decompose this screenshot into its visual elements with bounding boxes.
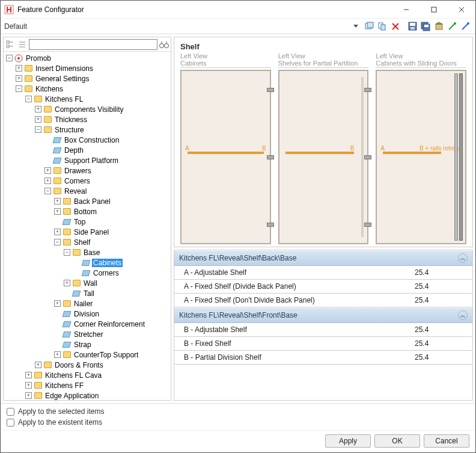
tree-nailer[interactable]: +Nailer — [54, 298, 169, 309]
config-dropdown-icon[interactable] — [353, 22, 359, 31]
tree-thickness[interactable]: +Thickness — [35, 114, 169, 125]
app-icon — [4, 5, 14, 14]
tree-insert-dimensions[interactable]: +Insert Dimensions — [16, 63, 169, 73]
tree-reveal[interactable]: −Reveal — [44, 186, 169, 196]
tree-view[interactable]: −Promob +Insert Dimensions +General Sett… — [4, 52, 171, 400]
tree-pane: −Promob +Insert Dimensions +General Sett… — [3, 37, 171, 401]
tree-side-panel[interactable]: +Side Panel — [54, 227, 169, 237]
svg-rect-17 — [410, 27, 415, 29]
preview-title: Shelf — [180, 42, 466, 51]
tree-cabinets[interactable]: Cabinets — [73, 257, 169, 268]
maximize-button[interactable] — [420, 1, 448, 19]
tree-root[interactable]: −Promob — [6, 53, 169, 63]
save-all-icon[interactable] — [420, 21, 431, 32]
pin-blue-icon[interactable] — [460, 21, 471, 32]
tree-tall[interactable]: Tall — [64, 288, 169, 298]
tree-view-icon[interactable] — [5, 39, 16, 50]
preview-panel: Shelf Left View Cabinets A B Left View S… — [174, 37, 473, 247]
tree-drawers[interactable]: +Drawers — [44, 165, 169, 176]
preview-col-2: Left View Shelves for Partial Partition … — [278, 52, 369, 244]
svg-point-34 — [160, 43, 164, 48]
tree-shelf[interactable]: −Shelf — [54, 237, 169, 247]
collapse-icon[interactable]: ︽ — [458, 310, 468, 320]
svg-line-23 — [449, 23, 455, 29]
svg-point-24 — [454, 22, 456, 25]
window-title: Feature Configurator — [17, 5, 392, 14]
tree-kitchens-fl[interactable]: −Kitchens FL — [25, 94, 169, 104]
apply-button[interactable]: Apply — [325, 434, 371, 448]
dialog-buttons: Apply OK Cancel — [1, 430, 475, 452]
right-pane: Shelf Left View Cabinets A B Left View S… — [174, 37, 473, 401]
svg-rect-5 — [432, 7, 436, 12]
cabinet-image-1: A B — [180, 70, 271, 244]
svg-point-35 — [165, 43, 169, 48]
tree-strap[interactable]: Strap — [54, 339, 169, 350]
binoculars-icon[interactable] — [159, 39, 169, 50]
property-row[interactable]: B - Partial Division Shelf25.4 — [174, 351, 472, 365]
tree-corners2[interactable]: Corners — [73, 268, 169, 278]
tree-division[interactable]: Division — [54, 309, 169, 319]
new-window-icon[interactable] — [364, 21, 374, 32]
save-icon[interactable] — [407, 21, 418, 32]
bottom-options: Apply to the selected items Apply to the… — [1, 403, 475, 430]
cabinet-image-3: A B + rails retreat — [376, 70, 466, 244]
list-view-icon[interactable] — [17, 39, 28, 50]
tree-support-platform[interactable]: Support Platform — [44, 155, 169, 165]
svg-line-25 — [462, 23, 468, 29]
tree-doors-fronts[interactable]: +Doors & Fronts — [35, 360, 169, 370]
tree-components-visibility[interactable]: +Components Visibility — [35, 104, 169, 114]
tree-bottom[interactable]: +Bottom — [54, 206, 169, 217]
package-icon[interactable] — [433, 21, 444, 32]
svg-rect-20 — [424, 25, 429, 27]
group-header-1[interactable]: Kitchens FL\Reveal\Shelf\Front\Base︽ — [174, 307, 472, 323]
svg-point-39 — [17, 57, 20, 60]
properties-panel: Kitchens FL\Reveal\Shelf\Back\Base︽ A - … — [174, 250, 473, 401]
tree-corner-reinforcement[interactable]: Corner Reinforcement — [54, 319, 169, 329]
tree-general-settings[interactable]: +General Settings — [16, 73, 169, 84]
tree-edge-application[interactable]: +Edge Application — [25, 390, 169, 400]
svg-rect-3 — [7, 9, 11, 10]
svg-marker-8 — [353, 25, 358, 28]
property-row[interactable]: B - Fixed Shelf25.4 — [174, 337, 472, 351]
preview-col-1: Left View Cabinets A B — [180, 52, 271, 244]
tree-corners[interactable]: +Corners — [44, 176, 169, 186]
svg-rect-12 — [381, 25, 385, 30]
collapse-icon[interactable]: ︽ — [458, 253, 468, 263]
tree-back-panel[interactable]: +Back Panel — [54, 196, 169, 206]
tree-box-construction[interactable]: Box Construction — [44, 135, 169, 145]
main-area: −Promob +Insert Dimensions +General Sett… — [1, 34, 475, 403]
tree-kitchens-fl-cava[interactable]: +Kitchens FL Cava — [25, 370, 169, 380]
minimize-button[interactable] — [392, 1, 420, 19]
property-row[interactable]: A - Adjustable Shelf25.4 — [174, 266, 472, 280]
close-button[interactable] — [448, 1, 475, 19]
tree-top[interactable]: Top — [54, 217, 169, 227]
tree-kitchens[interactable]: −Kitchens — [16, 84, 169, 94]
globe-icon — [14, 54, 23, 63]
search-input[interactable] — [29, 39, 157, 50]
ok-button[interactable]: OK — [374, 434, 420, 448]
property-row[interactable]: B - Adjustable Shelf25.4 — [174, 323, 472, 337]
copy-icon[interactable] — [377, 21, 388, 32]
svg-rect-27 — [7, 41, 9, 43]
search-row — [4, 37, 171, 52]
tree-structure[interactable]: −Structure — [35, 125, 169, 135]
svg-marker-22 — [436, 22, 442, 24]
tree-wall[interactable]: +Wall — [64, 278, 169, 288]
group-header-0[interactable]: Kitchens FL\Reveal\Shelf\Back\Base︽ — [174, 250, 472, 266]
tree-depth[interactable]: Depth — [44, 145, 169, 155]
svg-rect-21 — [436, 24, 442, 29]
property-row[interactable]: A - Fixed Shelf (Divide Back Panel)25.4 — [174, 280, 472, 294]
apply-selected-checkbox[interactable]: Apply to the selected items — [7, 407, 469, 416]
tree-base[interactable]: −Base — [64, 247, 169, 257]
tree-countertop-support[interactable]: +CounterTop Support — [54, 350, 169, 360]
apply-existent-checkbox[interactable]: Apply to the existent items — [7, 418, 469, 427]
property-row[interactable]: A - Fixed Shelf (Don't Divide Back Panel… — [174, 294, 472, 307]
tree-stretcher[interactable]: Stretcher — [54, 329, 169, 339]
pin-green-icon[interactable] — [447, 21, 457, 32]
config-name-label: Default — [4, 22, 353, 31]
delete-icon[interactable] — [390, 21, 401, 32]
tree-kitchens-ff[interactable]: +Kitchens FF — [25, 380, 169, 390]
toolbar: Default — [1, 19, 475, 34]
cabinet-image-2: B — [278, 70, 369, 244]
cancel-button[interactable]: Cancel — [424, 434, 469, 448]
